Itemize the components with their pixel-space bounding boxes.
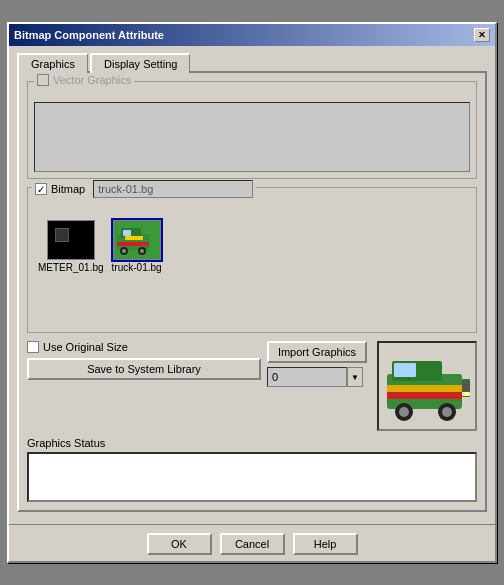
use-original-size-label: Use Original Size [43, 341, 128, 353]
svg-rect-3 [117, 242, 149, 246]
bitmap-checkbox[interactable] [35, 183, 47, 195]
svg-point-5 [122, 249, 126, 253]
graphics-status-label: Graphics Status [27, 437, 477, 449]
window-body: Graphics Display Setting Vector Graphics [9, 46, 495, 520]
bitmap-name-truck: truck-01.bg [112, 262, 162, 273]
graphics-preview [377, 341, 477, 431]
truck-thumbnail [113, 220, 161, 260]
bitmap-item-meter[interactable]: METER_01.bg [38, 220, 104, 302]
dropdown-row: 0 ▼ [267, 367, 363, 387]
save-system-library-button[interactable]: Save to System Library [27, 358, 261, 380]
svg-rect-2 [123, 230, 131, 236]
help-button[interactable]: Help [293, 533, 358, 555]
bitmap-item-truck[interactable]: truck-01.bg [112, 220, 162, 302]
title-bar-title: Bitmap Component Attribute [14, 29, 164, 41]
vector-graphics-checkbox[interactable] [37, 74, 49, 86]
main-window: Bitmap Component Attribute ✕ Graphics Di… [7, 22, 497, 563]
graphics-status-section: Graphics Status [27, 437, 477, 502]
svg-rect-11 [394, 363, 416, 377]
bitmap-label: Bitmap [51, 183, 85, 195]
tab-bar: Graphics Display Setting [17, 52, 487, 72]
ok-button[interactable]: OK [147, 533, 212, 555]
tab-display-setting[interactable]: Display Setting [90, 53, 190, 73]
vector-graphics-label: Vector Graphics [53, 74, 131, 86]
window-title: Bitmap Component Attribute [14, 29, 164, 41]
svg-rect-8 [125, 236, 143, 240]
import-graphics-button[interactable]: Import Graphics [267, 341, 367, 363]
title-bar-controls: ✕ [474, 28, 490, 42]
use-original-size-row: Use Original Size [27, 341, 261, 353]
meter-thumbnail [47, 220, 95, 260]
close-button[interactable]: ✕ [474, 28, 490, 42]
svg-rect-19 [462, 381, 470, 391]
cancel-button[interactable]: Cancel [220, 533, 285, 555]
dropdown-value: 0 [272, 371, 278, 383]
svg-point-17 [442, 407, 452, 417]
bitmap-name-meter: METER_01.bg [38, 262, 104, 273]
bitmap-list: METER_01.bg [34, 216, 470, 306]
svg-point-7 [140, 249, 144, 253]
preview-truck-icon [382, 349, 472, 424]
dialog-footer: OK Cancel Help [9, 524, 495, 561]
bitmap-selected-file: truck-01.bg [98, 183, 153, 195]
graphics-status-box [27, 452, 477, 502]
dropdown-arrow-icon[interactable]: ▼ [347, 367, 363, 387]
tab-graphics[interactable]: Graphics [17, 53, 88, 73]
tab-content: Vector Graphics Bitmap truck-01.bg [17, 71, 487, 512]
title-bar: Bitmap Component Attribute ✕ [9, 24, 495, 46]
svg-rect-20 [462, 392, 470, 396]
svg-rect-12 [387, 391, 462, 399]
use-original-size-checkbox[interactable] [27, 341, 39, 353]
truck-icon [115, 222, 159, 258]
svg-rect-13 [387, 385, 462, 392]
svg-point-15 [399, 407, 409, 417]
meter-icon [51, 224, 91, 256]
